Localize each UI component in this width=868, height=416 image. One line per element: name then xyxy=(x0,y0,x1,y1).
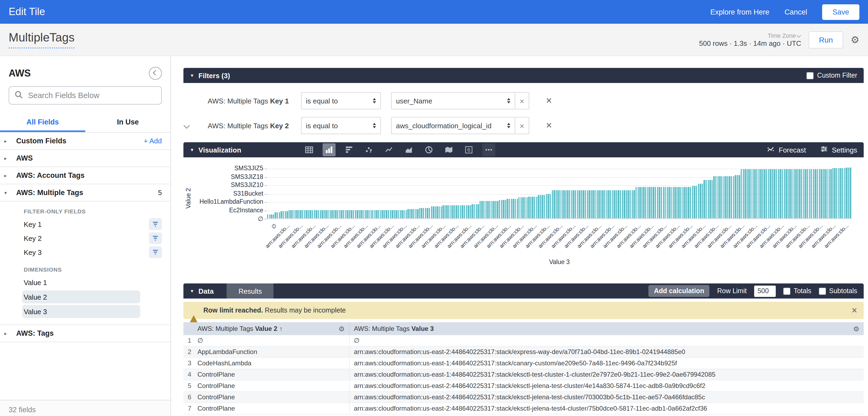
chart-bar[interactable] xyxy=(583,190,584,218)
chart-bar[interactable] xyxy=(331,210,333,218)
chart-bar[interactable] xyxy=(388,210,389,218)
row-limit-input[interactable] xyxy=(754,285,776,297)
chart-bar[interactable] xyxy=(827,169,828,218)
subtotals-toggle[interactable]: Subtotals xyxy=(819,287,857,295)
viz-type-more-icon[interactable] xyxy=(482,143,495,156)
chart-bar[interactable] xyxy=(382,210,383,218)
cancel-button[interactable]: Cancel xyxy=(784,8,807,16)
filter-value-select[interactable]: aws_cloudformation_logical_id xyxy=(391,117,515,134)
chart-bar[interactable] xyxy=(846,168,847,218)
filter-icon[interactable] xyxy=(149,246,162,258)
chart-bar[interactable] xyxy=(536,197,537,218)
chart-bar[interactable] xyxy=(600,190,602,218)
chart-bar[interactable] xyxy=(631,190,633,218)
viz-type-single-value-icon[interactable]: 6 xyxy=(462,143,475,156)
chart-bar[interactable] xyxy=(782,169,783,218)
chart-bar[interactable] xyxy=(462,205,463,218)
chart-bar[interactable] xyxy=(589,190,590,218)
tab-in-use[interactable]: In Use xyxy=(85,113,170,132)
tab-all-fields[interactable]: All Fields xyxy=(0,113,85,132)
chart-bar[interactable] xyxy=(807,169,808,218)
chart-bar[interactable] xyxy=(271,214,272,218)
chart-bar[interactable] xyxy=(805,169,806,218)
chart-bar[interactable] xyxy=(281,211,282,218)
filter-operator-select[interactable]: is equal to xyxy=(301,117,381,134)
chart-bar[interactable] xyxy=(793,169,795,218)
chart-bar[interactable] xyxy=(448,205,450,218)
chart-bar[interactable] xyxy=(696,186,697,218)
column-header-value3[interactable]: AWS: Multiple Tags Value 3 ⚙ xyxy=(349,322,864,335)
chart-bar[interactable] xyxy=(825,169,826,218)
chart-bar[interactable] xyxy=(743,169,744,218)
viz-settings-button[interactable]: Settings xyxy=(820,145,857,154)
chart-bar[interactable] xyxy=(528,197,529,218)
field-item-value-1[interactable]: Value 1 xyxy=(0,276,170,289)
chart-bar[interactable] xyxy=(435,207,436,218)
chart-bar[interactable] xyxy=(797,169,799,218)
chart-bar[interactable] xyxy=(306,210,308,218)
chart-bar[interactable] xyxy=(556,190,557,218)
chart-bar[interactable] xyxy=(286,211,288,218)
chart-bar[interactable] xyxy=(452,205,454,218)
chart-bar[interactable] xyxy=(433,207,434,218)
chart-bar[interactable] xyxy=(333,210,335,218)
chart-bar[interactable] xyxy=(423,208,424,218)
add-calculation-button[interactable]: Add calculation xyxy=(649,285,710,297)
chart-bar[interactable] xyxy=(554,190,555,218)
chart-bar[interactable] xyxy=(507,199,508,218)
chart-bar[interactable] xyxy=(842,168,843,218)
sidebar-item-custom-fields[interactable]: ▸Custom Fields+ Add xyxy=(0,133,170,150)
chart-bar[interactable] xyxy=(602,190,604,218)
chart-bar[interactable] xyxy=(585,190,586,218)
chart-bar[interactable] xyxy=(483,201,485,218)
viz-type-scatter-icon[interactable] xyxy=(363,143,375,156)
chart-bar[interactable] xyxy=(320,210,321,218)
chart-bar[interactable] xyxy=(591,190,592,218)
cell-value3[interactable]: arn:aws:cloudformation:us-east-1:4486402… xyxy=(349,371,864,378)
chart-bar[interactable] xyxy=(440,207,442,218)
chart-bar[interactable] xyxy=(503,200,504,218)
chart-bar[interactable] xyxy=(552,190,553,218)
chart-bar[interactable] xyxy=(359,210,360,218)
chart-bar[interactable] xyxy=(482,201,483,218)
chart-bar[interactable] xyxy=(324,210,325,218)
sidebar-item-aws-account-tags[interactable]: ▸AWS: Account Tags xyxy=(0,167,170,184)
chart-bar[interactable] xyxy=(708,180,709,218)
chart-bar[interactable] xyxy=(604,190,606,218)
chart-bar[interactable] xyxy=(292,210,294,218)
chart-bar[interactable] xyxy=(470,205,471,218)
cell-value3[interactable]: arn:aws:cloudformation:us-east-1:4486402… xyxy=(349,359,864,367)
chart-bar[interactable] xyxy=(421,208,423,218)
chart-bar[interactable] xyxy=(774,169,775,218)
chart-bar[interactable] xyxy=(745,169,746,218)
field-item-key-3[interactable]: Key 3 xyxy=(0,246,170,258)
chevron-down-icon[interactable] xyxy=(184,123,190,129)
chart-bar[interactable] xyxy=(700,183,701,218)
chart-bar[interactable] xyxy=(581,190,582,218)
column-header-value2[interactable]: AWS: Multiple Tags Value 2↑ ⚙ xyxy=(193,322,349,335)
chart-bar[interactable] xyxy=(493,201,494,218)
chart-bar[interactable] xyxy=(279,212,280,218)
chart-bar[interactable] xyxy=(682,187,683,218)
table-row[interactable]: 7ControlPlanearn:aws:cloudformation:us-e… xyxy=(183,403,864,414)
chart-bar[interactable] xyxy=(550,194,551,218)
viz-type-line-icon[interactable] xyxy=(382,143,396,156)
chart-bar[interactable] xyxy=(820,169,822,218)
chart-bar[interactable] xyxy=(737,175,738,218)
chart-bar[interactable] xyxy=(723,176,724,218)
add-custom-field-button[interactable]: + Add xyxy=(144,137,162,145)
chart-bar[interactable] xyxy=(616,190,617,218)
chart-bar[interactable] xyxy=(622,190,623,218)
chart-bar[interactable] xyxy=(510,199,512,218)
clear-filter-value-button[interactable]: × xyxy=(515,117,529,134)
chart-bar[interactable] xyxy=(390,210,391,218)
cell-value3[interactable]: arn:aws:cloudformation:us-east-2:4486402… xyxy=(349,348,864,356)
chart-bar[interactable] xyxy=(407,209,409,218)
viz-type-table-icon[interactable] xyxy=(303,143,316,156)
chart-bar[interactable] xyxy=(629,190,631,218)
chart-bar[interactable] xyxy=(688,187,689,218)
chart-bar[interactable] xyxy=(400,210,401,218)
visualization-header[interactable]: ▼ Visualization 6 Forecast Settings xyxy=(183,142,864,158)
chart-bar[interactable] xyxy=(361,210,362,218)
table-row[interactable]: 4ControlPlanearn:aws:cloudformation:us-e… xyxy=(183,369,864,380)
